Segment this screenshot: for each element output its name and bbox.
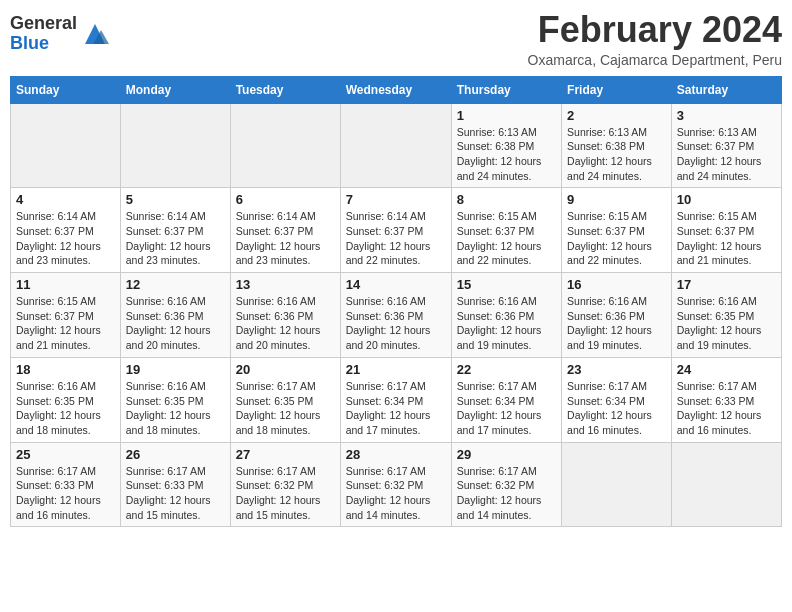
day-detail: Sunrise: 6:14 AM Sunset: 6:37 PM Dayligh… [16, 209, 115, 268]
day-detail: Sunrise: 6:17 AM Sunset: 6:35 PM Dayligh… [236, 379, 335, 438]
day-number: 27 [236, 447, 335, 462]
day-number: 15 [457, 277, 556, 292]
logo: General Blue [10, 14, 109, 54]
day-cell: 24Sunrise: 6:17 AM Sunset: 6:33 PM Dayli… [671, 357, 781, 442]
day-cell: 2Sunrise: 6:13 AM Sunset: 6:38 PM Daylig… [562, 103, 672, 188]
day-detail: Sunrise: 6:17 AM Sunset: 6:33 PM Dayligh… [677, 379, 776, 438]
day-detail: Sunrise: 6:13 AM Sunset: 6:38 PM Dayligh… [567, 125, 666, 184]
day-number: 6 [236, 192, 335, 207]
day-number: 8 [457, 192, 556, 207]
day-cell: 16Sunrise: 6:16 AM Sunset: 6:36 PM Dayli… [562, 273, 672, 358]
day-cell: 8Sunrise: 6:15 AM Sunset: 6:37 PM Daylig… [451, 188, 561, 273]
day-number: 7 [346, 192, 446, 207]
day-detail: Sunrise: 6:16 AM Sunset: 6:36 PM Dayligh… [126, 294, 225, 353]
day-detail: Sunrise: 6:14 AM Sunset: 6:37 PM Dayligh… [126, 209, 225, 268]
title-block: February 2024 Oxamarca, Cajamarca Depart… [528, 10, 782, 68]
logo-blue: Blue [10, 34, 77, 54]
day-detail: Sunrise: 6:16 AM Sunset: 6:36 PM Dayligh… [457, 294, 556, 353]
day-cell: 28Sunrise: 6:17 AM Sunset: 6:32 PM Dayli… [340, 442, 451, 527]
day-detail: Sunrise: 6:17 AM Sunset: 6:32 PM Dayligh… [236, 464, 335, 523]
day-cell [562, 442, 672, 527]
day-number: 3 [677, 108, 776, 123]
logo-general: General [10, 14, 77, 34]
day-number: 1 [457, 108, 556, 123]
day-number: 2 [567, 108, 666, 123]
day-cell: 14Sunrise: 6:16 AM Sunset: 6:36 PM Dayli… [340, 273, 451, 358]
day-number: 14 [346, 277, 446, 292]
day-number: 20 [236, 362, 335, 377]
day-detail: Sunrise: 6:16 AM Sunset: 6:36 PM Dayligh… [567, 294, 666, 353]
day-number: 10 [677, 192, 776, 207]
day-cell: 19Sunrise: 6:16 AM Sunset: 6:35 PM Dayli… [120, 357, 230, 442]
day-detail: Sunrise: 6:16 AM Sunset: 6:36 PM Dayligh… [346, 294, 446, 353]
day-detail: Sunrise: 6:17 AM Sunset: 6:32 PM Dayligh… [457, 464, 556, 523]
day-cell: 10Sunrise: 6:15 AM Sunset: 6:37 PM Dayli… [671, 188, 781, 273]
day-number: 25 [16, 447, 115, 462]
day-number: 12 [126, 277, 225, 292]
col-header-saturday: Saturday [671, 76, 781, 103]
day-cell: 29Sunrise: 6:17 AM Sunset: 6:32 PM Dayli… [451, 442, 561, 527]
day-number: 11 [16, 277, 115, 292]
day-cell [230, 103, 340, 188]
day-number: 5 [126, 192, 225, 207]
day-number: 9 [567, 192, 666, 207]
logo-text: General Blue [10, 14, 77, 54]
day-number: 18 [16, 362, 115, 377]
day-number: 26 [126, 447, 225, 462]
logo-icon [81, 20, 109, 48]
day-cell: 13Sunrise: 6:16 AM Sunset: 6:36 PM Dayli… [230, 273, 340, 358]
day-detail: Sunrise: 6:17 AM Sunset: 6:33 PM Dayligh… [126, 464, 225, 523]
day-cell: 5Sunrise: 6:14 AM Sunset: 6:37 PM Daylig… [120, 188, 230, 273]
day-detail: Sunrise: 6:17 AM Sunset: 6:34 PM Dayligh… [457, 379, 556, 438]
location: Oxamarca, Cajamarca Department, Peru [528, 52, 782, 68]
day-detail: Sunrise: 6:15 AM Sunset: 6:37 PM Dayligh… [567, 209, 666, 268]
day-number: 22 [457, 362, 556, 377]
page-header: General Blue February 2024 Oxamarca, Caj… [10, 10, 782, 68]
day-cell: 26Sunrise: 6:17 AM Sunset: 6:33 PM Dayli… [120, 442, 230, 527]
day-number: 4 [16, 192, 115, 207]
day-cell: 27Sunrise: 6:17 AM Sunset: 6:32 PM Dayli… [230, 442, 340, 527]
day-cell: 23Sunrise: 6:17 AM Sunset: 6:34 PM Dayli… [562, 357, 672, 442]
day-cell: 17Sunrise: 6:16 AM Sunset: 6:35 PM Dayli… [671, 273, 781, 358]
day-detail: Sunrise: 6:17 AM Sunset: 6:34 PM Dayligh… [346, 379, 446, 438]
day-cell: 6Sunrise: 6:14 AM Sunset: 6:37 PM Daylig… [230, 188, 340, 273]
day-detail: Sunrise: 6:15 AM Sunset: 6:37 PM Dayligh… [457, 209, 556, 268]
col-header-wednesday: Wednesday [340, 76, 451, 103]
day-cell: 15Sunrise: 6:16 AM Sunset: 6:36 PM Dayli… [451, 273, 561, 358]
day-detail: Sunrise: 6:16 AM Sunset: 6:35 PM Dayligh… [126, 379, 225, 438]
month-title: February 2024 [528, 10, 782, 50]
day-cell: 11Sunrise: 6:15 AM Sunset: 6:37 PM Dayli… [11, 273, 121, 358]
day-cell [671, 442, 781, 527]
day-cell: 21Sunrise: 6:17 AM Sunset: 6:34 PM Dayli… [340, 357, 451, 442]
day-cell: 1Sunrise: 6:13 AM Sunset: 6:38 PM Daylig… [451, 103, 561, 188]
day-number: 16 [567, 277, 666, 292]
day-detail: Sunrise: 6:14 AM Sunset: 6:37 PM Dayligh… [346, 209, 446, 268]
day-detail: Sunrise: 6:17 AM Sunset: 6:34 PM Dayligh… [567, 379, 666, 438]
day-cell [120, 103, 230, 188]
day-detail: Sunrise: 6:13 AM Sunset: 6:37 PM Dayligh… [677, 125, 776, 184]
day-cell [11, 103, 121, 188]
day-cell: 9Sunrise: 6:15 AM Sunset: 6:37 PM Daylig… [562, 188, 672, 273]
col-header-tuesday: Tuesday [230, 76, 340, 103]
header-row: SundayMondayTuesdayWednesdayThursdayFrid… [11, 76, 782, 103]
day-number: 24 [677, 362, 776, 377]
day-cell: 12Sunrise: 6:16 AM Sunset: 6:36 PM Dayli… [120, 273, 230, 358]
day-number: 28 [346, 447, 446, 462]
day-detail: Sunrise: 6:16 AM Sunset: 6:35 PM Dayligh… [677, 294, 776, 353]
day-number: 13 [236, 277, 335, 292]
day-detail: Sunrise: 6:17 AM Sunset: 6:32 PM Dayligh… [346, 464, 446, 523]
day-detail: Sunrise: 6:15 AM Sunset: 6:37 PM Dayligh… [16, 294, 115, 353]
col-header-friday: Friday [562, 76, 672, 103]
day-cell: 3Sunrise: 6:13 AM Sunset: 6:37 PM Daylig… [671, 103, 781, 188]
day-detail: Sunrise: 6:17 AM Sunset: 6:33 PM Dayligh… [16, 464, 115, 523]
day-cell: 7Sunrise: 6:14 AM Sunset: 6:37 PM Daylig… [340, 188, 451, 273]
day-number: 21 [346, 362, 446, 377]
day-cell: 25Sunrise: 6:17 AM Sunset: 6:33 PM Dayli… [11, 442, 121, 527]
col-header-thursday: Thursday [451, 76, 561, 103]
day-detail: Sunrise: 6:13 AM Sunset: 6:38 PM Dayligh… [457, 125, 556, 184]
day-number: 19 [126, 362, 225, 377]
col-header-sunday: Sunday [11, 76, 121, 103]
day-cell: 18Sunrise: 6:16 AM Sunset: 6:35 PM Dayli… [11, 357, 121, 442]
day-cell [340, 103, 451, 188]
day-detail: Sunrise: 6:15 AM Sunset: 6:37 PM Dayligh… [677, 209, 776, 268]
